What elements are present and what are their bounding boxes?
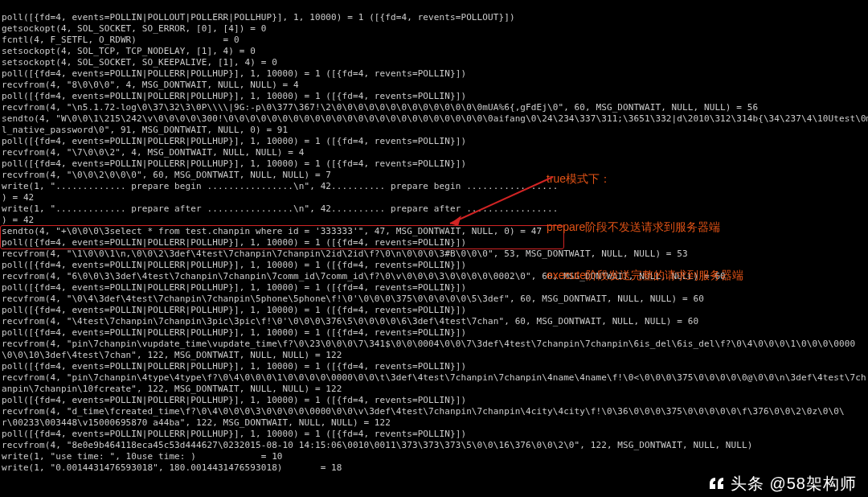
watermark: 头条 @58架构师 (708, 476, 857, 491)
annotation-line-2: prepare阶段不发送请求到服务器端 (547, 219, 743, 235)
annotation-line-1: true模式下： (547, 170, 743, 187)
watermark-text: 头条 @58架构师 (731, 478, 857, 489)
annotation-line-3: execute阶段发送完整的请求到服务器端 (547, 267, 743, 283)
annotation-text: true模式下： prepare阶段不发送请求到服务器端 execute阶段发送… (547, 138, 743, 299)
quote-icon (708, 476, 726, 491)
